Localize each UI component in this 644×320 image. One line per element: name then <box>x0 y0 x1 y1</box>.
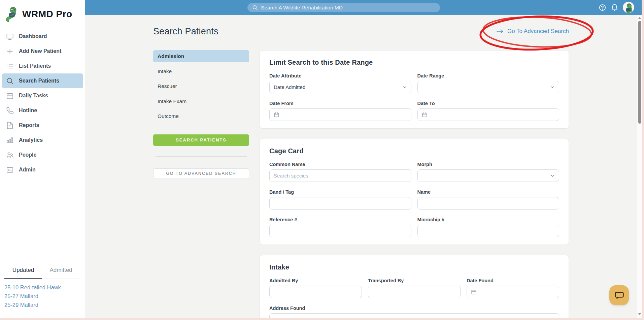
name-field: Name <box>417 189 560 210</box>
card-title: Cage Card <box>269 147 559 155</box>
admitted-by-field: Admitted By <box>269 278 362 298</box>
scroll-down-arrow-icon[interactable] <box>638 313 641 315</box>
calendar-icon <box>471 289 477 295</box>
transported-by-field: Transported By <box>368 278 461 298</box>
transported-by-input[interactable] <box>372 289 456 295</box>
recent-patients-panel: Updated Admitted 25-10 Red-tailed Hawk 2… <box>0 261 85 316</box>
sidebar-item-dashboard[interactable]: Dashboard <box>2 29 83 44</box>
main-content: Search Patients Go To Advanced Search Ad… <box>85 15 637 318</box>
date-range-field: Date Range <box>417 73 560 93</box>
date-to-input[interactable] <box>417 108 560 121</box>
search-subnav: Admission Intake Rescuer Intake Exam Out… <box>153 50 249 179</box>
people-icon <box>6 151 14 159</box>
band-tag-field: Band / Tag <box>269 189 411 210</box>
vertical-scrollbar[interactable] <box>637 15 642 318</box>
sidebar-nav: Dashboard Add New Patient List Patients … <box>0 27 85 177</box>
reference-input[interactable] <box>274 228 407 234</box>
microchip-input[interactable] <box>422 228 555 234</box>
search-icon <box>252 5 258 10</box>
card-title: Intake <box>269 263 559 271</box>
cage-card: Cage Card Common Name Morph <box>260 139 569 245</box>
sidebar-item-admin[interactable]: Admin <box>2 162 83 177</box>
scrollbar-thumb[interactable] <box>638 21 641 124</box>
go-to-advanced-search-label: Go To Advanced Search <box>507 28 569 35</box>
topbar-actions <box>599 0 634 15</box>
recent-patient-link[interactable]: 25-29 Mallard <box>4 300 81 309</box>
date-from-input[interactable] <box>269 108 411 121</box>
sidebar-item-search-patients[interactable]: Search Patients <box>2 73 83 88</box>
recent-patient-link[interactable]: 25-10 Red-tailed Hawk <box>4 283 81 292</box>
sidebar-item-label: Reports <box>19 122 39 128</box>
help-icon[interactable] <box>599 4 606 11</box>
global-search-placeholder: Search A Wildlife Rehabilitation MD <box>261 5 343 11</box>
band-tag-input[interactable] <box>274 200 407 206</box>
sidebar-item-list-patients[interactable]: List Patients <box>2 59 83 73</box>
subnav-outcome[interactable]: Outcome <box>153 110 249 122</box>
card-title: Limit Search to this Date Range <box>269 59 559 66</box>
chevron-down-icon <box>402 85 407 90</box>
scroll-up-arrow-icon[interactable] <box>638 17 641 19</box>
tab-admitted[interactable]: Admitted <box>42 261 80 279</box>
name-input[interactable] <box>422 200 555 206</box>
list-icon <box>6 62 14 70</box>
sidebar-item-label: List Patients <box>19 63 51 69</box>
subnav-admission[interactable]: Admission <box>153 50 249 62</box>
topbar: Search A Wildlife Rehabilitation MD <box>85 0 642 15</box>
chevron-down-icon <box>550 173 555 178</box>
calendar-icon <box>422 112 428 118</box>
subnav-divider <box>156 156 247 157</box>
sidebar-item-label: Hotline <box>19 107 37 114</box>
date-attribute-select[interactable]: Date Admitted <box>269 81 411 93</box>
morph-select[interactable] <box>417 169 560 182</box>
date-found-input[interactable] <box>467 286 559 298</box>
advanced-search-button[interactable]: GO TO ADVANCED SEARCH <box>153 168 249 179</box>
sidebar-item-people[interactable]: People <box>2 148 83 162</box>
sidebar-item-hotline[interactable]: Hotline <box>2 103 83 118</box>
sidebar-item-analytics[interactable]: Analytics <box>2 133 83 148</box>
search-patients-button[interactable]: SEARCH PATIENTS <box>153 134 249 146</box>
subnav-rescuer[interactable]: Rescuer <box>153 80 249 92</box>
subnav-intake[interactable]: Intake <box>153 65 249 77</box>
app-logo[interactable]: WRMD WRMD Pro <box>0 0 85 27</box>
recent-patient-link[interactable]: 25-27 Mallard <box>4 292 81 300</box>
user-avatar[interactable] <box>623 2 634 13</box>
sidebar-item-label: People <box>19 152 36 158</box>
document-icon <box>6 122 14 129</box>
search-icon <box>6 77 14 85</box>
sidebar-item-label: Admin <box>19 167 36 173</box>
chat-bubble-icon <box>614 290 624 300</box>
date-range-select[interactable] <box>417 81 560 93</box>
sidebar-item-label: Analytics <box>19 137 43 143</box>
admitted-by-input[interactable] <box>274 289 358 295</box>
sidebar-item-label: Daily Tasks <box>19 93 48 99</box>
date-found-field: Date Found <box>467 278 559 298</box>
window-edge-right <box>642 0 644 320</box>
microchip-field: Microchip # <box>417 217 560 237</box>
global-search-input[interactable]: Search A Wildlife Rehabilitation MD <box>247 3 440 12</box>
phone-icon <box>6 107 14 115</box>
sidebar: WRMD WRMD Pro Dashboard Add New Patient … <box>0 0 85 318</box>
date-attribute-field: Date Attribute Date Admitted <box>269 73 411 93</box>
sidebar-item-label: Dashboard <box>19 33 47 39</box>
recent-patients-tabs: Updated Admitted <box>0 261 85 279</box>
sidebar-item-label: Search Patients <box>19 78 59 84</box>
calendar-icon <box>6 92 14 100</box>
tab-updated[interactable]: Updated <box>4 261 42 279</box>
notifications-bell-icon[interactable] <box>611 4 618 11</box>
go-to-advanced-search-link[interactable]: Go To Advanced Search <box>496 28 569 35</box>
subnav-intake-exam[interactable]: Intake Exam <box>153 95 249 107</box>
window-edge-bottom <box>0 318 644 320</box>
date-to-field: Date To <box>417 101 560 121</box>
sidebar-item-daily-tasks[interactable]: Daily Tasks <box>2 88 83 103</box>
app-title: WRMD Pro <box>22 9 72 20</box>
address-found-field: Address Found <box>269 306 559 318</box>
sidebar-item-add-new-patient[interactable]: Add New Patient <box>2 44 83 59</box>
bar-chart-icon <box>6 136 14 144</box>
recent-patient-list: 25-10 Red-tailed Hawk 25-27 Mallard 25-2… <box>0 279 85 309</box>
arrow-right-icon <box>496 29 504 34</box>
morph-field: Morph <box>417 162 560 182</box>
calendar-icon <box>274 112 279 118</box>
chat-launcher-button[interactable] <box>609 285 629 305</box>
common-name-input[interactable] <box>274 173 407 179</box>
sidebar-item-reports[interactable]: Reports <box>2 118 83 133</box>
